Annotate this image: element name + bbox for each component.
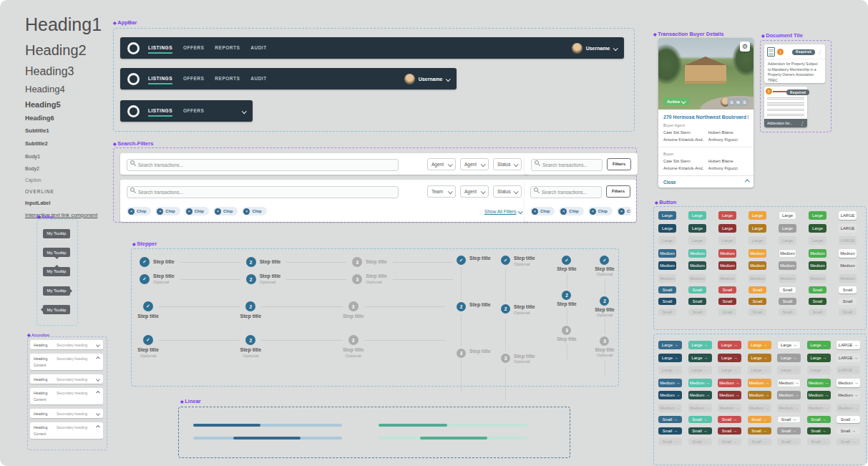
nav-tab[interactable]: LISTINGS: [148, 74, 172, 84]
sample-button[interactable]: Small →: [688, 416, 712, 423]
contact-link[interactable]: Anthony Figucci: [708, 166, 749, 170]
nav-tab[interactable]: LISTINGS: [148, 106, 172, 117]
filter-chip[interactable]: Chip: [530, 207, 555, 215]
document-tile-thumbnail[interactable]: Required Addendum for...: [764, 87, 807, 127]
sample-button[interactable]: Large: [658, 236, 676, 245]
sample-button[interactable]: Large →: [748, 366, 771, 374]
chevron-down-icon[interactable]: [242, 109, 246, 113]
sample-button[interactable]: Medium: [779, 274, 796, 283]
sample-button[interactable]: Large: [718, 224, 736, 233]
remove-chip-icon[interactable]: [590, 208, 596, 215]
sample-button[interactable]: Large →: [658, 354, 682, 362]
sample-button[interactable]: Large: [779, 236, 796, 245]
kebab-menu-icon[interactable]: [799, 121, 804, 126]
filter-chip[interactable]: Chip: [588, 207, 613, 215]
filter-chip[interactable]: Chip: [242, 207, 266, 215]
sample-button[interactable]: Small →: [718, 416, 741, 423]
filter-chip[interactable]: Chip: [617, 207, 630, 215]
filter-chip[interactable]: Chip: [185, 207, 209, 215]
sample-button[interactable]: Small: [839, 286, 857, 293]
sample-button[interactable]: Large: [688, 224, 706, 233]
sample-button[interactable]: Small: [779, 286, 796, 293]
sample-button[interactable]: Large →: [658, 341, 682, 349]
remove-chip-icon[interactable]: [186, 208, 192, 215]
sample-button[interactable]: Small →: [837, 416, 860, 423]
sample-button[interactable]: Medium: [839, 249, 857, 258]
sample-button[interactable]: Small →: [748, 427, 771, 435]
sample-button[interactable]: Large →: [718, 354, 741, 362]
nav-tab[interactable]: LISTINGS: [148, 43, 172, 54]
sample-button[interactable]: Large: [748, 224, 766, 233]
nav-tab[interactable]: OFFERS: [183, 74, 204, 84]
sample-button[interactable]: Medium →: [837, 379, 860, 387]
sample-button[interactable]: Large →: [718, 341, 741, 349]
remove-chip-icon[interactable]: [157, 208, 163, 215]
nav-tab[interactable]: AUDIT: [250, 74, 266, 84]
status-badge[interactable]: Active: [663, 97, 689, 105]
sample-button[interactable]: Large: [809, 224, 826, 233]
sample-button[interactable]: Medium →: [777, 391, 801, 399]
sample-button[interactable]: Medium: [809, 274, 826, 283]
filter-select[interactable]: Agent: [460, 158, 489, 170]
accordion-header[interactable]: Heading Secondary heading: [30, 388, 103, 397]
accordion-item[interactable]: Heading Secondary heading Content: [30, 340, 103, 349]
sample-button[interactable]: Medium: [658, 274, 676, 283]
sample-button[interactable]: Medium →: [658, 379, 682, 387]
nav-tab[interactable]: OFFERS: [183, 43, 204, 54]
sample-button[interactable]: Medium →: [807, 379, 831, 387]
sample-button[interactable]: Large →: [748, 354, 771, 362]
sample-button[interactable]: Medium →: [688, 404, 712, 412]
accordion-header[interactable]: Heading Secondary heading: [30, 422, 103, 432]
accordion-header[interactable]: Heading Secondary heading: [30, 354, 103, 363]
sample-button[interactable]: Small: [809, 298, 826, 305]
sample-button[interactable]: Large: [748, 211, 766, 220]
sample-button[interactable]: Medium: [809, 261, 826, 270]
search-field[interactable]: [127, 184, 399, 198]
contact-link[interactable]: Hubert Blaine: [708, 130, 749, 135]
sample-button[interactable]: Small →: [658, 438, 682, 445]
sample-button[interactable]: Large: [718, 236, 736, 245]
sample-button[interactable]: Medium: [658, 261, 676, 270]
sample-button[interactable]: Large: [779, 211, 796, 220]
sample-button[interactable]: Small →: [748, 416, 771, 423]
sample-button[interactable]: Small →: [777, 416, 801, 423]
contact-link[interactable]: Hubert Blaine: [708, 159, 749, 163]
sample-button[interactable]: Large: [688, 236, 706, 245]
sample-button[interactable]: Small: [658, 286, 676, 293]
remove-chip-icon[interactable]: [618, 208, 625, 215]
sample-button[interactable]: Large →: [748, 341, 771, 349]
contact-link[interactable]: Antoine Kirtarick-And...: [663, 166, 704, 170]
user-menu[interactable]: Username: [572, 43, 617, 54]
sample-button[interactable]: Small: [748, 309, 766, 316]
sample-button[interactable]: Medium: [748, 261, 766, 270]
sample-button[interactable]: Small: [658, 298, 676, 305]
sample-button[interactable]: Medium: [718, 274, 736, 283]
contact-link[interactable]: Anthony Figucci: [708, 137, 749, 142]
sample-button[interactable]: Large →: [658, 366, 682, 374]
sample-button[interactable]: Large →: [688, 341, 712, 349]
remove-chip-icon[interactable]: [128, 208, 135, 215]
filter-chip[interactable]: Chip: [127, 207, 151, 215]
search-field[interactable]: [530, 184, 602, 198]
filters-button[interactable]: Filters: [606, 185, 630, 198]
filter-chip[interactable]: Chip: [213, 207, 238, 215]
sample-button[interactable]: Medium: [718, 249, 736, 258]
user-menu[interactable]: Username: [404, 74, 449, 84]
sample-button[interactable]: Large →: [777, 366, 801, 374]
sample-button[interactable]: Medium →: [718, 404, 741, 412]
sample-button[interactable]: Large: [688, 211, 706, 220]
sample-button[interactable]: Medium →: [748, 379, 771, 387]
sample-button[interactable]: Small →: [688, 427, 712, 435]
accordion-header[interactable]: Heading Secondary heading: [30, 340, 103, 349]
sample-button[interactable]: Medium: [779, 249, 796, 258]
sample-button[interactable]: Large →: [777, 341, 801, 349]
accordion-item[interactable]: Heading Secondary heading Content: [30, 374, 103, 384]
sample-button[interactable]: Large: [779, 224, 796, 233]
sample-button[interactable]: Medium →: [658, 404, 682, 412]
close-link[interactable]: Close: [663, 180, 676, 185]
sample-button[interactable]: Large: [658, 211, 676, 220]
remove-chip-icon[interactable]: [560, 208, 567, 215]
sample-button[interactable]: Medium →: [837, 391, 860, 399]
sample-button[interactable]: Small: [779, 298, 796, 305]
sample-button[interactable]: Small: [658, 309, 676, 316]
